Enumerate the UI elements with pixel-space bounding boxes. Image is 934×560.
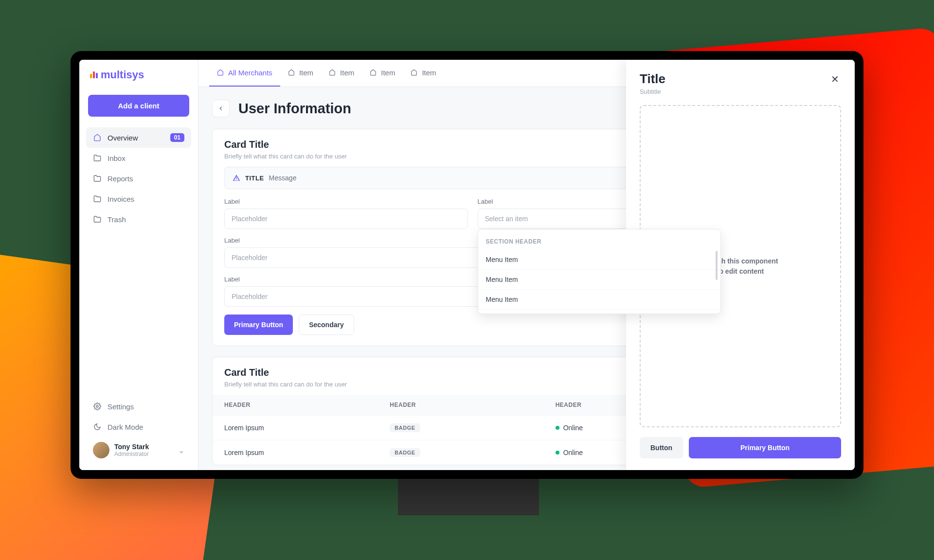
gear-icon [93, 402, 102, 411]
nav-reports[interactable]: Reports [86, 168, 191, 189]
panel-subtitle: Subtitle [640, 88, 665, 95]
badge: BADGE [390, 448, 420, 457]
nav-trash[interactable]: Trash [86, 209, 191, 229]
sidebar: multisys Add a client Overview 01 Inbox … [79, 60, 198, 470]
nav-darkmode[interactable]: Dark Mode [86, 417, 191, 437]
logo: multisys [79, 60, 198, 90]
nav-inbox[interactable]: Inbox [86, 148, 191, 168]
status-dot [556, 451, 559, 455]
card-subtitle: Briefly tell what this card can do for t… [224, 381, 347, 388]
column-header: HEADER [390, 402, 555, 408]
primary-button[interactable]: Primary Button [224, 315, 293, 335]
card-title: Card Title [224, 139, 347, 150]
nav-label: Trash [108, 215, 126, 224]
panel-primary-button[interactable]: Primary Button [689, 437, 841, 458]
home-icon [288, 69, 295, 76]
chevron-down-icon: ⌄ [178, 446, 184, 455]
tab-item[interactable]: Item [280, 60, 321, 87]
close-button[interactable]: ✕ [829, 71, 841, 87]
home-icon [370, 69, 377, 76]
nav-overview[interactable]: Overview 01 [86, 127, 191, 148]
dropdown-section-header: SECTION HEADER [478, 233, 721, 250]
add-client-button[interactable]: Add a client [88, 95, 189, 117]
card-subtitle: Briefly tell what this card can do for t… [224, 153, 347, 160]
nav-settings[interactable]: Settings [86, 396, 191, 417]
svg-point-0 [96, 405, 98, 407]
dropdown-item[interactable]: Menu Item [478, 290, 721, 310]
alert-title: TITLE [245, 175, 264, 182]
nav-list: Overview 01 Inbox Reports Invoices Trash [79, 127, 198, 389]
tab-label: All Merchants [228, 69, 272, 77]
badge: BADGE [390, 423, 420, 432]
tab-all-merchants[interactable]: All Merchants [209, 60, 280, 87]
nav-badge: 01 [170, 133, 184, 142]
nav-label: Overview [108, 134, 138, 142]
scrollbar[interactable] [716, 251, 718, 280]
nav-label: Dark Mode [108, 423, 143, 431]
alert-message: Message [269, 174, 297, 182]
select-placeholder: Select an item [485, 215, 528, 223]
text-input[interactable] [224, 209, 468, 229]
close-icon: ✕ [831, 74, 839, 85]
folder-icon [93, 154, 102, 162]
cell: Lorem Ipsum [224, 423, 390, 432]
tab-label: Item [381, 69, 395, 77]
status-text: Online [563, 424, 583, 432]
status-text: Online [563, 449, 583, 456]
secondary-button[interactable]: Secondary [299, 315, 354, 335]
user-role: Administrator [114, 451, 173, 457]
nav-label: Reports [108, 175, 133, 183]
tab-label: Item [340, 69, 354, 77]
card-title: Card Title [224, 367, 347, 378]
avatar [93, 442, 109, 458]
user-menu[interactable]: Tony Stark Administrator ⌄ [86, 437, 191, 463]
home-icon [217, 69, 224, 76]
folder-icon [93, 194, 102, 203]
brand-name: multisys [101, 69, 144, 81]
home-icon [329, 69, 336, 76]
user-name: Tony Stark [114, 443, 173, 451]
folder-icon [93, 215, 102, 224]
panel-secondary-button[interactable]: Button [640, 437, 683, 458]
cell: Lorem Ipsum [224, 448, 390, 457]
tab-label: Item [422, 69, 436, 77]
nav-label: Inbox [108, 154, 126, 162]
tab-item[interactable]: Item [362, 60, 403, 87]
status-dot [556, 426, 559, 430]
tab-item[interactable]: Item [403, 60, 444, 87]
nav-label: Settings [108, 402, 134, 411]
nav-invoices[interactable]: Invoices [86, 189, 191, 209]
folder-icon [93, 174, 102, 183]
warning-icon [233, 174, 240, 182]
moon-icon [93, 422, 102, 431]
back-button[interactable] [212, 100, 230, 117]
page-title: User Information [238, 101, 351, 117]
dropdown-item[interactable]: Menu Item [478, 270, 721, 290]
panel-title: Title [640, 71, 665, 87]
home-icon [411, 69, 418, 76]
tab-item[interactable]: Item [321, 60, 362, 87]
dropdown-item[interactable]: Menu Item [478, 250, 721, 270]
field-label: Label [224, 198, 468, 205]
nav-label: Invoices [108, 195, 134, 203]
home-icon [93, 133, 102, 142]
logo-icon [90, 71, 98, 78]
dropdown-menu: SECTION HEADER Menu Item Menu Item Menu … [478, 229, 721, 314]
column-header: HEADER [224, 402, 390, 408]
tab-label: Item [299, 69, 313, 77]
